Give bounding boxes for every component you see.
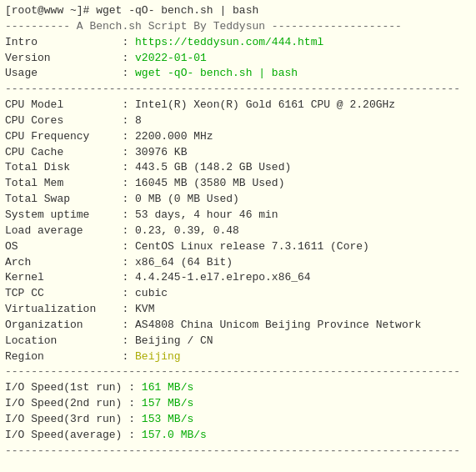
- intro-line: Intro : https://teddysun.com/444.html: [5, 35, 471, 51]
- cpu-freq-line: CPU Frequency : 2200.000 MHz: [5, 129, 471, 145]
- divider-1: ---------- A Bench.sh Script By Teddysun…: [5, 19, 471, 35]
- kernel-line: Kernel : 4.4.245-1.el7.elrepo.x86_64: [5, 270, 471, 286]
- command-line: [root@www ~]# wget -qO- bench.sh | bash: [5, 3, 471, 19]
- region-line: Region : Beijing: [5, 349, 471, 365]
- io3-line: I/O Speed(3rd run) : 153 MB/s: [5, 412, 471, 428]
- load-line: Load average : 0.23, 0.39, 0.48: [5, 223, 471, 239]
- io1-line: I/O Speed(1st run) : 161 MB/s: [5, 380, 471, 396]
- divider-3: ----------------------------------------…: [5, 364, 471, 380]
- terminal-output: [root@www ~]# wget -qO- bench.sh | bash …: [5, 3, 471, 472]
- org-line: Organization : AS4808 China Unicom Beiji…: [5, 318, 471, 334]
- total-disk-line: Total Disk : 443.5 GB (148.2 GB Used): [5, 160, 471, 176]
- io-avg-line: I/O Speed(average) : 157.0 MB/s: [5, 428, 471, 444]
- arch-line: Arch : x86_64 (64 Bit): [5, 255, 471, 271]
- location-line: Location : Beijing / CN: [5, 334, 471, 349]
- io2-line: I/O Speed(2nd run) : 157 MB/s: [5, 396, 471, 412]
- cpu-cores-line: CPU Cores : 8: [5, 113, 471, 129]
- tcp-line: TCP CC : cubic: [5, 286, 471, 302]
- divider-4: ----------------------------------------…: [5, 444, 471, 459]
- cpu-model-line: CPU Model : Intel(R) Xeon(R) Gold 6161 C…: [5, 98, 471, 113]
- uptime-line: System uptime : 53 days, 4 hour 46 min: [5, 208, 471, 223]
- total-swap-line: Total Swap : 0 MB (0 MB Used): [5, 192, 471, 208]
- os-line: OS : CentOS Linux release 7.3.1611 (Core…: [5, 239, 471, 255]
- table-header: Node NameUpload SpeedDownload SpeedLaten…: [5, 459, 471, 472]
- total-mem-line: Total Mem : 16045 MB (3580 MB Used): [5, 176, 471, 192]
- divider-2: ----------------------------------------…: [5, 82, 471, 98]
- virt-line: Virtualization : KVM: [5, 302, 471, 318]
- usage-line: Usage : wget -qO- bench.sh | bash: [5, 66, 471, 82]
- version-line: Version : v2022-01-01: [5, 51, 471, 67]
- cpu-cache-line: CPU Cache : 30976 KB: [5, 145, 471, 161]
